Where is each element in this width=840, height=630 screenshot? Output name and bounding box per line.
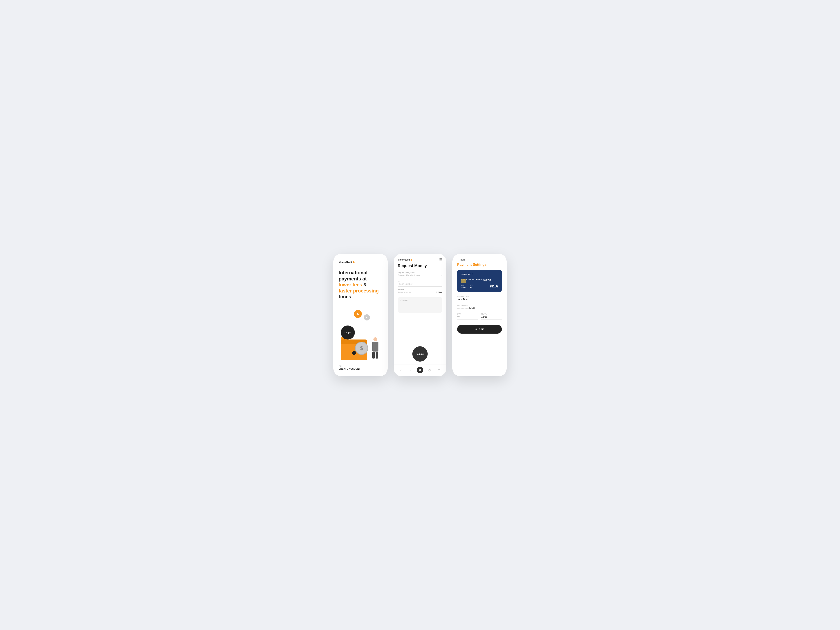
card-chip — [461, 279, 466, 283]
s2-content: Request Money Request Money From Account… — [394, 264, 446, 343]
card-holder-name: JOHN DOE — [461, 273, 498, 275]
card-number-display: **** **** **** 5678 — [461, 278, 498, 282]
mmyy-section: MM/YY 12/28 — [481, 313, 502, 320]
headline-line3: times — [339, 294, 351, 300]
or-label-2: OR — [398, 280, 442, 282]
logo-1: MoneySwift ▶ — [339, 260, 382, 264]
phone-placeholder-text: Phone Number — [398, 283, 412, 285]
dollar-coin: $ — [355, 342, 368, 355]
dropdown-arrow-icon: ▾ — [441, 275, 442, 276]
email-field-label: Request Money From — [398, 272, 442, 274]
email-field-group: Request Money From Account Email Address… — [398, 272, 442, 278]
email-input-row[interactable]: Account Email Address ▾ — [398, 274, 442, 278]
exp-label: EXP — [461, 284, 466, 286]
headline-join: & — [363, 282, 367, 287]
mmyy-label: MM/YY — [481, 313, 502, 315]
s2-header: MoneySwift ▶ ☰ — [394, 254, 446, 264]
card-exp-group: EXP 12/28 — [461, 284, 466, 289]
name-on-card-section: Name on Card John Doe — [457, 295, 502, 302]
footer-1: OR CREATE ACCOUNT — [339, 365, 382, 370]
request-title: Request Money — [398, 264, 442, 268]
card-bottom: EXP 12/28 CVV ••• VISA — [461, 284, 498, 289]
headline-line1: International — [339, 270, 368, 275]
logo-arrow-2: ▶ — [411, 258, 412, 261]
back-label: Back — [461, 259, 465, 261]
person-leg-right — [376, 352, 378, 358]
currency-arrow-icon: ▾ — [441, 291, 442, 294]
bottom-nav: ⌂ ↻ ⇄ ◷ ? — [394, 364, 446, 376]
cvv-card-value: ••• — [470, 286, 473, 289]
back-arrow-icon: ← — [457, 259, 459, 261]
name-on-card-label: Name on Card — [457, 295, 502, 297]
create-account-link[interactable]: CREATE ACCOUNT — [339, 368, 382, 370]
nav-refresh[interactable]: ↻ — [407, 366, 414, 373]
person-figure — [370, 337, 380, 362]
message-textarea[interactable]: Message — [398, 297, 442, 313]
amount-field-group: Amount Enter Amount CAD ▾ — [398, 289, 442, 295]
nav-help[interactable]: ? — [436, 366, 442, 373]
exp-value: 12/28 — [461, 286, 466, 289]
back-button[interactable]: ← Back — [457, 259, 502, 261]
nav-home[interactable]: ⌂ — [398, 366, 404, 373]
login-button[interactable]: Login — [341, 325, 355, 339]
cvv-detail-label: CVV — [457, 313, 478, 315]
amount-label: Amount — [398, 289, 442, 291]
phone-input[interactable]: Phone Number — [398, 283, 442, 287]
screen-2-request: MoneySwift ▶ ☰ Request Money Request Mon… — [394, 254, 446, 376]
card-number-detail-label: Card Number — [457, 304, 502, 306]
logo-text-2: MoneySwift — [398, 259, 410, 261]
cvv-detail-value: ••• — [457, 316, 478, 320]
person-head — [373, 337, 377, 341]
edit-label: Edit — [479, 328, 484, 331]
person-legs — [372, 352, 379, 358]
edit-button[interactable]: ✏ Edit — [457, 325, 502, 333]
login-label: Login — [344, 331, 351, 334]
name-on-card-value: John Doe — [457, 298, 502, 302]
logo-2: MoneySwift ▶ — [398, 258, 412, 261]
person-body — [372, 342, 379, 352]
menu-icon[interactable]: ☰ — [439, 258, 442, 262]
card-number-detail-value: •••• •••• •••• 5678 — [457, 307, 502, 311]
card-number-section: Card Number •••• •••• •••• 5678 — [457, 304, 502, 311]
payment-settings-title: Payment Settings — [457, 263, 502, 267]
mmyy-value: 12/28 — [481, 316, 502, 320]
email-placeholder-text: Account Email Address — [398, 274, 420, 277]
screen-1-landing: MoneySwift ▶ International payments at l… — [333, 254, 388, 376]
euro-coin: € — [364, 314, 370, 321]
headline-orange1: lower fees — [339, 282, 362, 287]
request-btn-label: Request — [415, 353, 424, 355]
headline-orange2: faster processing — [339, 288, 379, 294]
illustration: £ € ₿ $ Login — [339, 303, 382, 363]
screen-3-payment: ← Back Payment Settings JOHN DOE **** **… — [452, 254, 507, 376]
nav-history[interactable]: ◷ — [426, 366, 433, 373]
amount-placeholder-text: Enter Amount — [398, 291, 411, 294]
card-exp-cvv: EXP 12/28 CVV ••• — [461, 284, 473, 289]
person-leg-left — [372, 352, 375, 358]
currency-badge[interactable]: CAD ▾ — [436, 291, 442, 294]
logo-arrow-1: ▶ — [353, 260, 355, 264]
edit-icon: ✏ — [475, 328, 477, 331]
request-button[interactable]: Request — [412, 346, 428, 362]
cvv-mmyy-row: CVV ••• MM/YY 12/28 — [457, 313, 502, 322]
cvv-card-label: CVV — [470, 284, 473, 286]
pound-coin: £ — [354, 310, 362, 318]
wallet-button — [352, 351, 356, 355]
nav-transfer-active[interactable]: ⇄ — [417, 366, 423, 373]
amount-input-row[interactable]: Enter Amount CAD ▾ — [398, 291, 442, 295]
message-placeholder: Message — [400, 299, 408, 301]
logo-text-1: MoneySwift — [339, 261, 352, 264]
card-brand: VISA — [489, 284, 498, 289]
currency-text: CAD — [436, 291, 441, 294]
or-label-1: OR — [339, 365, 382, 367]
phone-field-group: Phone Number — [398, 283, 442, 287]
headline-line2: payments at — [339, 276, 366, 281]
credit-card: JOHN DOE **** **** **** 5678 EXP 12/28 C… — [457, 270, 502, 292]
cvv-section: CVV ••• — [457, 313, 478, 320]
headline: International payments at lower fees & f… — [339, 270, 382, 300]
screens-container: MoneySwift ▶ International payments at l… — [333, 254, 507, 376]
card-cvv-group: CVV ••• — [470, 284, 473, 289]
